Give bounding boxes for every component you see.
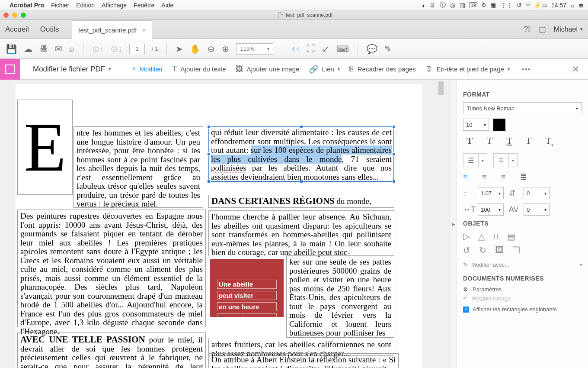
save-icon[interactable]: 💾 bbox=[6, 44, 17, 54]
text-block[interactable]: ntre les hommes et les abeilles, c'est u… bbox=[74, 126, 203, 208]
selection-handle[interactable] bbox=[300, 125, 303, 129]
selection-handle[interactable] bbox=[300, 180, 303, 183]
align-justify-button[interactable]: ≣ bbox=[520, 172, 532, 182]
close-window-button[interactable] bbox=[3, 13, 9, 18]
battery-icon[interactable]: ⚡▭ bbox=[534, 2, 547, 9]
arrange-icon[interactable]: ❐ bbox=[512, 245, 520, 255]
selected-text-block[interactable]: qui réduit leur diversité alimentaire : … bbox=[208, 126, 394, 182]
flip-v-icon[interactable]: △ bbox=[478, 231, 485, 242]
selection-handle[interactable] bbox=[207, 152, 211, 156]
print-icon[interactable]: 🖶 bbox=[39, 44, 48, 54]
page-number-input[interactable] bbox=[129, 44, 145, 54]
pointer-icon[interactable]: ➤ bbox=[176, 44, 183, 54]
menu-file[interactable]: Fichier bbox=[51, 2, 69, 9]
highlight-icon[interactable]: ✎ bbox=[384, 44, 392, 54]
italic-button[interactable]: T bbox=[483, 135, 496, 147]
text-block[interactable]: l'homme cherche à pallier leur absence. … bbox=[208, 210, 394, 256]
page-down-icon[interactable]: ⊙↓ bbox=[111, 44, 122, 54]
underline-button[interactable]: T bbox=[503, 135, 516, 147]
header-footer-button[interactable]: 🗎 En-tête et pied de page ▾ bbox=[425, 65, 510, 74]
document-tab[interactable]: test_pdf_scanne.pdf × bbox=[72, 20, 152, 39]
paragraph-spacing-input[interactable]: 0▾ bbox=[524, 187, 550, 199]
font-family-select[interactable]: Times New Roman ▾ bbox=[463, 102, 582, 114]
menu-window[interactable]: Fenêtre bbox=[134, 2, 154, 9]
restore-image-button[interactable]: ↶ Rétablir l'image bbox=[463, 295, 582, 302]
modify-with-button[interactable]: ✎Modifier avec... ▾ bbox=[463, 259, 582, 271]
sync-icon[interactable]: ⥁ bbox=[482, 2, 486, 9]
callout-box[interactable]: Une abeille peut visiter en une heure pa… bbox=[210, 259, 284, 317]
page-up-icon[interactable]: ⊙↑ bbox=[92, 44, 104, 54]
app-menu[interactable]: Acrobat Pro bbox=[10, 2, 44, 9]
document-canvas[interactable]: E ntre les hommes et les abeilles, c'est… bbox=[0, 80, 450, 368]
show-bounding-boxes-checkbox[interactable]: ✓ Afficher les rectangles englobants bbox=[463, 306, 582, 313]
wifi-icon[interactable]: ⌔ bbox=[526, 2, 530, 9]
settings-button[interactable]: ⚙ Paramètres bbox=[463, 286, 582, 293]
sidebar-icon[interactable]: ▥ bbox=[460, 2, 465, 9]
close-panel-icon[interactable]: ✕ bbox=[572, 64, 579, 74]
spotlight-icon[interactable]: ⌕ bbox=[571, 2, 574, 9]
rotate-ccw-icon[interactable]: ↺ bbox=[463, 245, 470, 255]
clock[interactable]: 14:57 bbox=[551, 2, 566, 9]
bluetooth-icon[interactable]: ⋮⋮ bbox=[500, 2, 512, 9]
hand-icon[interactable]: ✋ bbox=[190, 44, 201, 54]
menu-help[interactable]: Aide bbox=[161, 2, 173, 9]
rotate-cw-icon[interactable]: ↻ bbox=[479, 245, 486, 255]
selection-handle[interactable] bbox=[392, 125, 396, 129]
maximize-window-button[interactable] bbox=[21, 13, 26, 18]
more-icon[interactable]: ••• bbox=[522, 65, 531, 73]
dropbox-icon[interactable]: ⬧ bbox=[422, 2, 425, 9]
align-objects-icon[interactable]: ▤ bbox=[507, 231, 515, 242]
text-block[interactable]: On attribue à Albert Einstein la réflexi… bbox=[208, 353, 399, 368]
menu-view[interactable]: Affichage bbox=[102, 2, 127, 9]
add-text-button[interactable]: T Ajouter du texte bbox=[173, 65, 226, 74]
flip-h-icon[interactable]: ▷ bbox=[463, 231, 470, 242]
zoom-out-icon[interactable]: ⊖ bbox=[208, 44, 215, 54]
subscript-button[interactable]: T₁ bbox=[543, 135, 556, 147]
hscale-input[interactable]: 100▾ bbox=[478, 203, 504, 216]
tools-tab[interactable]: Outils bbox=[40, 25, 59, 34]
cloud-upload-icon[interactable]: ☁ bbox=[24, 44, 32, 54]
fit-width-icon[interactable]: ⫞⫞ bbox=[291, 44, 300, 54]
text-block[interactable]: AVEC UNE TELLE PASSION pour le miel, il … bbox=[17, 332, 206, 368]
font-size-input[interactable]: 10▾ bbox=[463, 119, 489, 131]
numbered-list-button[interactable]: ≡▾ bbox=[493, 153, 518, 167]
edit-pdf-title[interactable]: Modifier le fichier PDF ▾ bbox=[33, 65, 111, 74]
timemachine-icon[interactable]: ↺ bbox=[517, 2, 522, 9]
info-icon[interactable]: ⓘ bbox=[440, 1, 446, 9]
minimize-window-button[interactable] bbox=[12, 13, 17, 18]
dropcap-block[interactable]: E bbox=[17, 100, 73, 195]
memory-icon[interactable]: ▦ bbox=[490, 2, 496, 9]
tracking-input[interactable]: 0▾ bbox=[524, 203, 550, 216]
add-image-button[interactable]: 🖼 Ajouter une image bbox=[236, 65, 300, 74]
help-icon[interactable]: ?⃝ bbox=[524, 25, 531, 34]
crop-object-icon[interactable]: ⎍ bbox=[493, 231, 499, 242]
text-block[interactable]: Des peintures rupestres découvertes en E… bbox=[17, 210, 206, 327]
text-block[interactable]: DANS CERTAINES RÉGIONS du monde, bbox=[208, 195, 394, 208]
scrollbar-thumb[interactable] bbox=[438, 81, 444, 95]
keyboard-icon[interactable]: ⌨ bbox=[336, 44, 349, 54]
selection-handle[interactable] bbox=[207, 180, 211, 183]
bold-button[interactable]: T bbox=[463, 135, 476, 147]
crop-button[interactable]: ⎘ Recadrer des pages bbox=[349, 65, 416, 74]
fit-page-icon[interactable]: ⛶ bbox=[307, 44, 315, 54]
align-left-button[interactable]: ≡ bbox=[463, 172, 475, 182]
zoom-select[interactable]: 119% ▾ bbox=[236, 43, 273, 55]
link-button[interactable]: 🔗 Lien ▾ bbox=[309, 65, 339, 74]
calendar-icon[interactable]: 19 bbox=[470, 2, 477, 8]
zoom-in-icon[interactable]: ⊕ bbox=[222, 44, 229, 54]
search-icon[interactable]: ⌕ bbox=[69, 44, 74, 54]
cc-icon[interactable]: ◎ bbox=[450, 2, 455, 9]
notifications-icon[interactable]: ≣ bbox=[578, 2, 584, 9]
text-block[interactable]: ker sur une seule de ses pattes postérie… bbox=[286, 255, 394, 338]
menu-edit[interactable]: Edition bbox=[76, 2, 95, 9]
fullscreen-icon[interactable]: ⤢ bbox=[322, 44, 329, 54]
user-menu[interactable]: Michael ▾ bbox=[554, 26, 583, 33]
replace-image-icon[interactable]: 🖼 bbox=[495, 245, 504, 255]
edit-pdf-mode-icon[interactable] bbox=[0, 59, 20, 80]
device-icon[interactable]: ▢ bbox=[539, 25, 546, 34]
comment-icon[interactable]: 💬 bbox=[367, 44, 377, 54]
panel-collapse-rail[interactable]: ▸ bbox=[450, 80, 457, 368]
bullet-list-button[interactable]: ☰▾ bbox=[463, 153, 487, 167]
line-height-input[interactable]: 1,07▾ bbox=[478, 187, 504, 199]
modify-button[interactable]: ⌖ Modifier bbox=[132, 65, 163, 74]
